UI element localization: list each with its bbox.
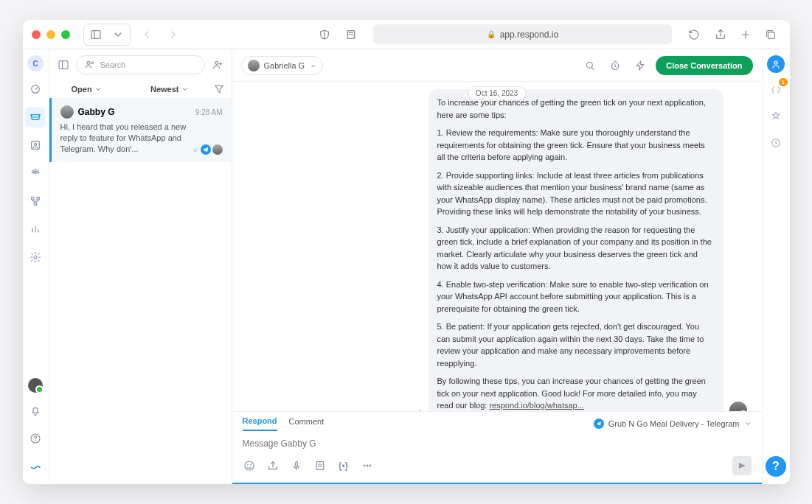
variable-icon[interactable]: {•} [337,459,350,472]
nav-back-button[interactable] [136,26,157,43]
help-icon[interactable] [25,428,46,449]
shield-icon[interactable] [314,26,335,43]
reports-icon[interactable] [25,219,46,239]
contacts-icon[interactable] [25,135,46,155]
tabs-icon[interactable] [760,26,781,43]
search-placeholder: Search [100,60,126,69]
contact-avatar [60,105,74,119]
window-close-dot[interactable] [32,30,41,39]
svg-point-20 [34,256,37,259]
search-input[interactable]: Search [76,55,205,74]
assignee-chip-avatar [212,144,223,155]
svg-rect-9 [768,32,774,38]
url-text: app.respond.io [500,29,558,40]
share-icon[interactable] [710,26,731,43]
address-bar[interactable]: 🔒 app.respond.io [373,24,671,44]
assignee-avatar [248,60,260,71]
snippet-icon[interactable] [313,459,327,472]
new-tab-icon[interactable] [735,26,756,43]
svg-point-43 [364,465,365,466]
tab-comment[interactable]: Comment [289,417,325,430]
floating-date-chip: Oct 16, 2023 [468,86,526,100]
channel-name: Grub N Go Meal Delivery - Telegram [608,419,740,428]
svg-point-44 [367,465,368,466]
assignee-name: Gabriella G [264,61,305,70]
message-composer: Respond Comment Grub N Go Meal Delivery … [232,411,762,484]
svg-rect-0 [91,30,100,38]
history-icon[interactable] [766,133,785,153]
message-preview: Hi, I heard that you released a new repl… [60,122,193,155]
tab-respond[interactable]: Respond [243,416,277,431]
close-conversation-button[interactable]: Close Conversation [656,56,752,75]
channels-icon[interactable] [766,107,785,126]
telegram-channel-icon [594,419,604,429]
delivery-check-icon: ✓ [416,407,423,412]
message-thread[interactable]: Oct 16, 2023 ✓ To increase your chances … [232,82,762,411]
svg-point-37 [250,464,251,465]
dashboard-icon[interactable] [25,79,46,99]
notifications-icon[interactable] [25,400,46,421]
user-presence-avatar[interactable] [28,378,43,393]
status-filter[interactable]: Open [72,85,102,94]
bolt-icon[interactable] [631,56,650,75]
svg-point-35 [245,461,254,470]
left-nav-rail: C [23,49,49,484]
conversation-list-panel: Search Open Newest Gabby G 9:28 AM Hi, I… [49,49,232,484]
svg-point-22 [35,441,36,441]
voice-icon[interactable] [290,459,303,472]
window-zoom-dot[interactable] [61,30,70,39]
telegram-chip-icon [201,144,211,155]
blog-link[interactable]: respond.io/blog/whatsap... [489,401,583,410]
help-fab-button[interactable]: ? [766,456,786,477]
activity-badge: 1 [779,78,788,86]
assignee-selector[interactable]: Gabriella G [241,56,324,75]
more-options-icon[interactable] [361,459,374,472]
workspace-avatar[interactable]: C [27,55,44,71]
broadcast-icon[interactable] [25,163,46,183]
channel-selector[interactable]: Grub N Go Meal Delivery - Telegram [594,419,752,429]
outbound-message-bubble: To increase your chances of getting the … [428,89,723,411]
svg-rect-38 [295,462,297,467]
collapse-panel-icon[interactable] [55,57,72,73]
settings-icon[interactable] [25,247,46,267]
chevron-down-icon [744,420,752,427]
add-contact-icon[interactable] [209,57,226,73]
svg-point-27 [215,61,218,64]
workflows-icon[interactable] [25,191,46,211]
svg-rect-40 [316,462,323,470]
contact-detail-icon[interactable] [767,55,785,73]
reader-icon[interactable] [341,26,361,43]
search-people-icon [84,59,96,71]
contact-name: Gabby G [78,107,115,117]
brand-logo-icon [25,456,46,477]
attachment-icon[interactable] [266,459,280,472]
agent-avatar [729,402,747,412]
svg-point-36 [247,464,248,465]
conversation-item[interactable]: Gabby G 9:28 AM Hi, I heard that you rel… [49,98,232,162]
svg-point-25 [87,61,90,64]
message-input[interactable] [243,438,752,449]
sidebar-toggle-group[interactable] [83,24,131,46]
sort-filter[interactable]: Newest [150,85,189,94]
svg-point-47 [774,61,777,64]
inbox-icon[interactable] [25,107,46,127]
svg-marker-46 [738,463,745,469]
nav-forward-button[interactable] [163,26,184,43]
svg-point-13 [35,172,36,174]
right-detail-rail: 1 ? [762,49,790,484]
lock-icon: 🔒 [487,30,496,38]
svg-line-32 [592,67,594,69]
chat-search-icon[interactable] [580,56,600,75]
draft-arrow-icon: ↙ [193,144,199,155]
send-button[interactable] [732,456,752,475]
emoji-icon[interactable] [243,459,256,472]
svg-marker-30 [215,85,223,92]
filter-icon[interactable] [211,81,227,97]
window-minimize-dot[interactable] [46,30,55,39]
svg-marker-34 [637,61,644,70]
activity-icon[interactable]: 1 [766,80,785,99]
reload-button[interactable] [684,26,704,43]
svg-point-12 [34,143,36,145]
svg-rect-23 [59,61,68,69]
snooze-icon[interactable] [605,56,625,75]
